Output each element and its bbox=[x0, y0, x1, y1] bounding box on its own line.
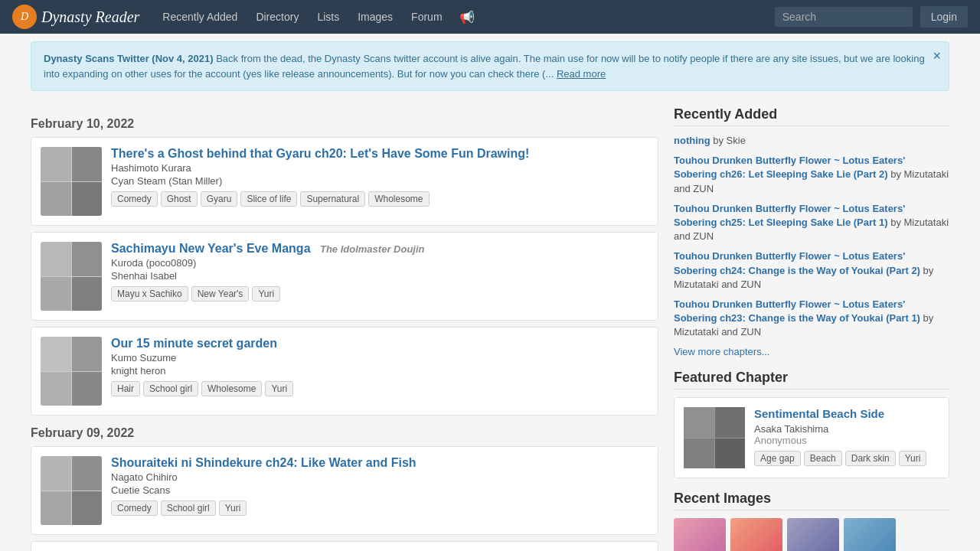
brand-logo[interactable]: D Dynasty Reader bbox=[12, 5, 139, 29]
login-button[interactable]: Login bbox=[920, 6, 968, 28]
featured-group: Anonymous bbox=[754, 435, 939, 446]
featured-chapter-section: Featured Chapter Sentimental Beach Side … bbox=[674, 370, 949, 478]
tag[interactable]: Wholesome bbox=[368, 191, 429, 207]
tag[interactable]: Yuri bbox=[899, 451, 927, 466]
entry-thumbnail bbox=[41, 242, 102, 311]
tag[interactable]: Supernatural bbox=[300, 191, 365, 207]
recent-images-title: Recent Images bbox=[674, 491, 949, 510]
image-thumb[interactable] bbox=[674, 518, 726, 551]
ra-item-by: by Skie bbox=[713, 135, 746, 146]
entry-info: Our 15 minute secret garden Kumo Suzume … bbox=[111, 337, 648, 406]
entry-title[interactable]: Sachimayu New Year's Eve Manga The Idolm… bbox=[111, 242, 648, 256]
ra-item-title[interactable]: Touhou Drunken Butterfly Flower ~ Lotus … bbox=[674, 250, 920, 276]
ra-item: nothing by Skie bbox=[674, 134, 949, 148]
ra-item: Touhou Drunken Butterfly Flower ~ Lotus … bbox=[674, 249, 949, 292]
nav-lists[interactable]: Lists bbox=[309, 6, 347, 28]
ra-item-title[interactable]: Touhou Drunken Butterfly Flower ~ Lotus … bbox=[674, 155, 905, 180]
tag[interactable]: Beach bbox=[804, 451, 842, 466]
navbar: D Dynasty Reader Recently Added Director… bbox=[0, 0, 980, 34]
main-container: February 10, 2022 There's a Ghost behind… bbox=[0, 99, 980, 551]
thumb-cell bbox=[72, 456, 103, 491]
entry-card: Sachimayu New Year's Eve Manga The Idolm… bbox=[31, 232, 658, 321]
tag[interactable]: School girl bbox=[143, 381, 198, 396]
entry-card: Our 15 minute secret garden Kumo Suzume … bbox=[31, 327, 658, 416]
thumb-cell bbox=[41, 147, 71, 181]
entry-tags: Comedy Ghost Gyaru Slice of life Superna… bbox=[111, 191, 648, 207]
search-bar bbox=[775, 7, 913, 27]
thumb-cell bbox=[41, 337, 71, 371]
date-header-1: February 10, 2022 bbox=[31, 117, 658, 131]
entry-author: Kuroda (poco0809) bbox=[111, 257, 648, 269]
tag[interactable]: Comedy bbox=[111, 191, 158, 207]
tag[interactable]: Yuri bbox=[219, 500, 247, 516]
left-column: February 10, 2022 There's a Ghost behind… bbox=[31, 106, 658, 551]
image-thumb[interactable] bbox=[787, 518, 839, 551]
thumb-cell bbox=[715, 439, 746, 469]
tag[interactable]: Dark skin bbox=[845, 451, 896, 466]
tag[interactable]: Wholesome bbox=[201, 381, 262, 396]
search-input[interactable] bbox=[775, 7, 913, 27]
view-more-link[interactable]: View more chapters... bbox=[674, 346, 769, 357]
ra-item-title[interactable]: nothing bbox=[674, 135, 710, 146]
tag[interactable]: Gyaru bbox=[201, 191, 238, 207]
entry-thumbnail bbox=[41, 147, 102, 216]
entry-info: There's a Ghost behind that Gyaru ch20: … bbox=[111, 147, 648, 216]
tag[interactable]: Comedy bbox=[111, 500, 158, 516]
tag[interactable]: School girl bbox=[161, 500, 216, 516]
thumb-cell bbox=[41, 372, 71, 406]
nav-images[interactable]: Images bbox=[350, 6, 400, 28]
alert-banner: Dynasty Scans Twitter (Nov 4, 2021) Back… bbox=[31, 41, 949, 91]
thumb-cell bbox=[41, 182, 71, 217]
featured-chapter-title: Featured Chapter bbox=[674, 370, 949, 390]
alert-close-button[interactable]: × bbox=[933, 48, 941, 64]
tag[interactable]: Yuri bbox=[265, 381, 293, 396]
entry-author: Kumo Suzume bbox=[111, 352, 648, 364]
featured-tags: Age gap Beach Dark skin Yuri bbox=[754, 451, 939, 466]
entry-title[interactable]: Shouraiteki ni Shindekure ch24: Like Wat… bbox=[111, 456, 648, 470]
ra-item-title[interactable]: Touhou Drunken Butterfly Flower ~ Lotus … bbox=[674, 203, 905, 228]
thumb-cell bbox=[41, 277, 71, 311]
entry-info: Sachimayu New Year's Eve Manga The Idolm… bbox=[111, 242, 648, 311]
thumb-cell bbox=[41, 242, 71, 276]
tag[interactable]: Ghost bbox=[161, 191, 198, 207]
recent-images-section: Recent Images bbox=[674, 491, 949, 551]
entry-subtitle: The Idolmaster Doujin bbox=[320, 243, 425, 255]
images-grid bbox=[674, 518, 949, 551]
recently-added-list: nothing by Skie Touhou Drunken Butterfly… bbox=[674, 134, 949, 357]
alert-title: Dynasty Scans Twitter (Nov 4, 2021) bbox=[44, 53, 214, 64]
entry-title[interactable]: Our 15 minute secret garden bbox=[111, 337, 648, 350]
nav-forum[interactable]: Forum bbox=[403, 6, 449, 28]
entry-group: Cuetie Scans bbox=[111, 484, 648, 496]
nav-directory[interactable]: Directory bbox=[248, 6, 306, 28]
right-column: Recently Added nothing by Skie Touhou Dr… bbox=[674, 106, 949, 551]
thumb-cell bbox=[684, 407, 714, 438]
entry-group: Cyan Steam (Stan Miller) bbox=[111, 175, 648, 187]
entry-title[interactable]: There's a Ghost behind that Gyaru ch20: … bbox=[111, 147, 648, 161]
tag[interactable]: Yuri bbox=[252, 286, 280, 302]
date-header-2: February 09, 2022 bbox=[31, 426, 658, 440]
tag[interactable]: Mayu x Sachiko bbox=[111, 286, 188, 302]
nav-links: Recently Added Directory Lists Images Fo… bbox=[155, 6, 774, 28]
megaphone-icon[interactable]: 📢 bbox=[453, 7, 481, 28]
entry-card: A Scummy Gap Student With a Hard Life Ca… bbox=[31, 541, 658, 551]
tag[interactable]: Hair bbox=[111, 381, 140, 396]
thumb-cell bbox=[72, 491, 103, 526]
thumb-cell bbox=[715, 407, 746, 438]
tag[interactable]: Slice of life bbox=[240, 191, 297, 207]
tag[interactable]: New Year's bbox=[191, 286, 250, 302]
ra-item-title[interactable]: Touhou Drunken Butterfly Flower ~ Lotus … bbox=[674, 298, 920, 324]
logo-icon: D bbox=[12, 5, 37, 29]
nav-recently-added[interactable]: Recently Added bbox=[155, 6, 245, 28]
featured-thumbnail bbox=[684, 407, 745, 468]
tag[interactable]: Age gap bbox=[754, 451, 801, 466]
entry-title-text: Sachimayu New Year's Eve Manga bbox=[111, 242, 311, 255]
thumb-cell bbox=[72, 372, 103, 406]
read-more-link[interactable]: Read more bbox=[557, 68, 606, 80]
recently-added-title: Recently Added bbox=[674, 106, 949, 126]
image-thumb[interactable] bbox=[844, 518, 896, 551]
ra-item: Touhou Drunken Butterfly Flower ~ Lotus … bbox=[674, 298, 949, 340]
thumb-cell bbox=[41, 456, 71, 491]
thumb-cell bbox=[72, 182, 103, 217]
featured-chapter-name[interactable]: Sentimental Beach Side bbox=[754, 407, 939, 420]
image-thumb[interactable] bbox=[730, 518, 782, 551]
